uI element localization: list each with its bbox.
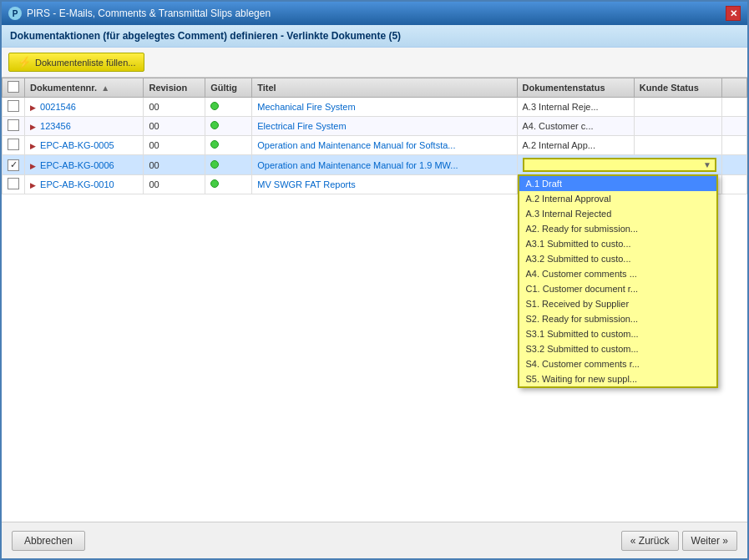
title-link[interactable]: Electrical Fire System	[257, 121, 346, 131]
col-header-kunde-status[interactable]: Kunde Status	[634, 78, 721, 98]
row-checkbox-5[interactable]	[8, 178, 19, 189]
valid-cell	[205, 155, 252, 175]
valid-cell	[205, 175, 252, 194]
doc-nr-link[interactable]: EPC-AB-KG-0010	[40, 179, 114, 189]
revision-marker: ▶	[30, 123, 36, 131]
cancel-button[interactable]: Abbrechen	[12, 531, 85, 551]
doc-nr-cell: ▶ 0021546	[25, 98, 144, 117]
title-cell: Operation and Maintenance Manual for 1.9…	[252, 155, 517, 175]
valid-cell	[205, 136, 252, 155]
valid-indicator	[210, 102, 219, 110]
kunde-status-cell	[634, 98, 721, 117]
row-checkbox-4[interactable]	[8, 159, 19, 171]
dropdown-arrow-icon: ▼	[703, 160, 711, 169]
doc-status-cell: A.3 Internal Reje...	[517, 98, 634, 117]
row-checkbox-3[interactable]	[8, 139, 19, 150]
col-header-extra	[722, 78, 747, 98]
dropdown-item[interactable]: A.1 Draft	[519, 176, 716, 191]
revision-marker: ▶	[30, 103, 36, 112]
col-header-title[interactable]: Titel	[252, 78, 517, 98]
dropdown-item[interactable]: A3.2 Submitted to custo...	[519, 251, 716, 266]
table-row: ▶ 123456 00 Electrical Fire System A4. C…	[3, 117, 747, 136]
fill-list-button[interactable]: ⚡ Dokumentenliste füllen...	[8, 53, 144, 72]
row-checkbox-cell[interactable]	[3, 175, 25, 194]
col-header-valid[interactable]: Gültig	[205, 78, 252, 98]
revision-cell: 00	[144, 175, 205, 194]
documents-table: Dokumentennr. ▲ Revision Gültig Titel Do…	[2, 78, 747, 194]
dropdown-item[interactable]: A2. Ready for submission...	[519, 221, 716, 236]
extra-cell	[722, 98, 747, 117]
title-cell: Electrical Fire System	[252, 117, 517, 136]
sort-indicator: ▲	[101, 83, 109, 93]
valid-indicator	[210, 121, 219, 129]
revision-cell: 00	[144, 155, 205, 175]
doc-nr-cell: ▶ EPC-AB-KG-0010	[25, 175, 144, 194]
revision-cell: 00	[144, 136, 205, 155]
title-bar-left: P PIRS - E-Mails, Comments & Transmittal…	[8, 7, 271, 20]
next-button[interactable]: Weiter »	[682, 531, 737, 551]
dropdown-status-cell[interactable]: ▼ A.1 Draft A.2 Internal Approval A.3 In…	[517, 155, 721, 175]
title-link[interactable]: Operation and Maintenance Manual for Sof…	[257, 140, 455, 150]
dropdown-item[interactable]: S2. Ready for submission...	[519, 311, 716, 326]
dropdown-item[interactable]: C1. Customer document r...	[519, 281, 716, 296]
dropdown-item[interactable]: S1. Received by Supplier	[519, 296, 716, 311]
title-bar: P PIRS - E-Mails, Comments & Transmittal…	[2, 2, 747, 25]
row-checkbox-cell[interactable]	[3, 117, 25, 136]
footer: Abbrechen « Zurück Weiter »	[2, 522, 747, 558]
table-header-row: Dokumentennr. ▲ Revision Gültig Titel Do…	[3, 78, 747, 98]
doc-nr-link[interactable]: EPC-AB-KG-0005	[40, 140, 114, 150]
row-checkbox-cell[interactable]	[3, 136, 25, 155]
fill-icon: ⚡	[18, 56, 31, 68]
row-checkbox-2[interactable]	[8, 119, 19, 131]
table-body: ▶ 0021546 00 Mechanical Fire System A.3 …	[3, 98, 747, 194]
doc-status-cell: A.2 Internal App...	[517, 136, 634, 155]
dropdown-item[interactable]: S3.2 Submitted to custom...	[519, 341, 716, 356]
status-dropdown[interactable]: ▼	[523, 158, 716, 172]
dropdown-item[interactable]: A.2 Internal Approval	[519, 191, 716, 206]
kunde-status-cell	[634, 117, 721, 136]
doc-nr-link[interactable]: 123456	[40, 121, 71, 131]
dropdown-item[interactable]: A.3 Internal Rejected	[519, 206, 716, 221]
doc-nr-link[interactable]: EPC-AB-KG-0006	[40, 160, 114, 170]
col-header-revision[interactable]: Revision	[144, 78, 205, 98]
subtitle-bar: Dokumentaktionen (für abgelegtes Comment…	[2, 25, 747, 48]
dropdown-item[interactable]: S4. Customer comments r...	[519, 356, 716, 371]
revision-cell: 00	[144, 117, 205, 136]
dropdown-item[interactable]: A4. Customer comments ...	[519, 266, 716, 281]
title-link[interactable]: MV SWGR FAT Reports	[257, 179, 356, 189]
extra-cell	[722, 136, 747, 155]
valid-cell	[205, 98, 252, 117]
content-area: Dokumentennr. ▲ Revision Gültig Titel Do…	[2, 78, 747, 522]
row-checkbox-1[interactable]	[8, 100, 19, 112]
col-header-doc-nr[interactable]: Dokumentennr. ▲	[25, 78, 144, 98]
revision-cell: 00	[144, 98, 205, 117]
valid-indicator	[210, 179, 219, 188]
table-row: ▶ EPC-AB-KG-0006 00 Operation and Mainte…	[3, 155, 747, 175]
doc-nr-cell: ▶ EPC-AB-KG-0006	[25, 155, 144, 175]
title-cell: Operation and Maintenance Manual for Sof…	[252, 136, 517, 155]
doc-nr-cell: ▶ 123456	[25, 117, 144, 136]
revision-marker: ▶	[30, 181, 36, 189]
title-link[interactable]: Mechanical Fire System	[257, 102, 355, 112]
col-header-checkbox[interactable]	[3, 78, 25, 98]
row-checkbox-cell[interactable]	[3, 98, 25, 117]
subtitle-text: Dokumentaktionen (für abgelegtes Comment…	[10, 30, 401, 42]
title-cell: MV SWGR FAT Reports	[252, 175, 517, 194]
header-checkbox[interactable]	[8, 81, 19, 93]
extra-cell	[722, 117, 747, 136]
doc-nr-link[interactable]: 0021546	[40, 102, 76, 112]
close-button[interactable]: ✕	[726, 6, 741, 21]
kunde-status-cell	[634, 136, 721, 155]
dropdown-item[interactable]: S3.1 Submitted to custom...	[519, 326, 716, 341]
back-button[interactable]: « Zurück	[621, 531, 679, 551]
col-header-doc-status[interactable]: Dokumentenstatus	[517, 78, 634, 98]
extra-cell	[722, 175, 747, 194]
title-link[interactable]: Operation and Maintenance Manual for 1.9…	[257, 160, 458, 170]
dropdown-item[interactable]: A3.1 Submitted to custo...	[519, 236, 716, 251]
revision-marker: ▶	[30, 162, 36, 170]
valid-indicator	[210, 140, 219, 149]
toolbar: ⚡ Dokumentenliste füllen...	[2, 48, 747, 78]
row-checkbox-cell[interactable]	[3, 155, 25, 175]
dropdown-item[interactable]: S5. Waiting for new suppl...	[519, 371, 716, 386]
window-title: PIRS - E-Mails, Comments & Transmittal S…	[27, 8, 271, 19]
